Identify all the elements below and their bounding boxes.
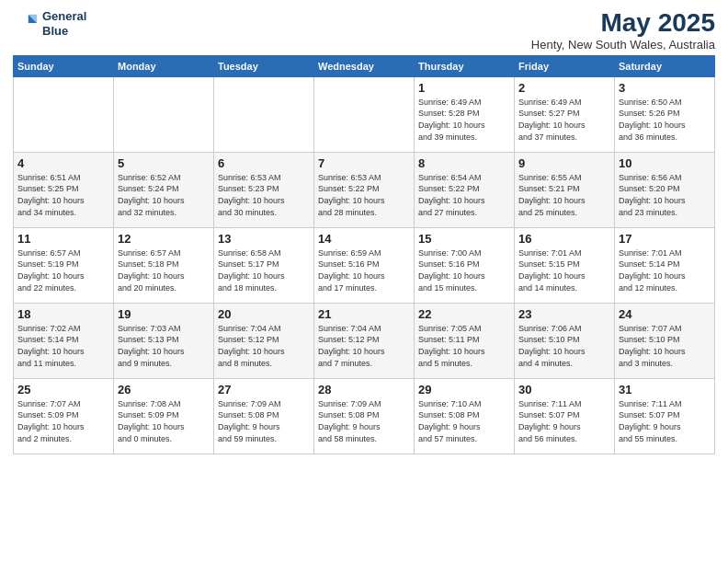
calendar-cell: 6Sunrise: 6:53 AM Sunset: 5:23 PM Daylig… (214, 152, 314, 227)
day-detail: Sunrise: 7:09 AM Sunset: 5:08 PM Dayligh… (318, 398, 410, 444)
header-row: SundayMondayTuesdayWednesdayThursdayFrid… (14, 55, 715, 76)
calendar-cell: 10Sunrise: 6:56 AM Sunset: 5:20 PM Dayli… (615, 152, 715, 227)
day-number: 11 (17, 232, 109, 246)
day-number: 27 (218, 383, 310, 396)
day-number: 14 (318, 232, 410, 246)
logo: General Blue (13, 9, 86, 38)
calendar-cell: 28Sunrise: 7:09 AM Sunset: 5:08 PM Dayli… (314, 378, 415, 454)
day-detail: Sunrise: 7:01 AM Sunset: 5:15 PM Dayligh… (518, 247, 610, 293)
day-number: 26 (118, 383, 210, 396)
header-friday: Friday (515, 55, 615, 76)
day-number: 1 (418, 81, 510, 95)
day-number: 4 (17, 156, 109, 170)
calendar-cell: 27Sunrise: 7:09 AM Sunset: 5:08 PM Dayli… (214, 378, 314, 454)
calendar-cell: 12Sunrise: 6:57 AM Sunset: 5:18 PM Dayli… (114, 227, 214, 303)
day-detail: Sunrise: 6:59 AM Sunset: 5:16 PM Dayligh… (318, 247, 410, 293)
day-number: 5 (118, 156, 210, 170)
day-detail: Sunrise: 7:01 AM Sunset: 5:14 PM Dayligh… (619, 247, 711, 293)
calendar-cell: 22Sunrise: 7:05 AM Sunset: 5:11 PM Dayli… (415, 303, 515, 378)
header-tuesday: Tuesday (214, 55, 314, 76)
day-number: 30 (518, 383, 610, 396)
calendar-cell (214, 76, 314, 152)
day-detail: Sunrise: 7:05 AM Sunset: 5:11 PM Dayligh… (418, 323, 510, 369)
day-number: 18 (17, 307, 109, 321)
calendar-cell: 7Sunrise: 6:53 AM Sunset: 5:22 PM Daylig… (314, 152, 415, 227)
header-wednesday: Wednesday (314, 55, 415, 76)
day-detail: Sunrise: 6:56 AM Sunset: 5:20 PM Dayligh… (619, 172, 711, 218)
day-number: 25 (17, 383, 109, 396)
day-number: 23 (518, 307, 610, 321)
day-number: 6 (218, 156, 310, 170)
day-number: 29 (418, 383, 510, 396)
logo-icon (13, 11, 39, 37)
day-detail: Sunrise: 6:57 AM Sunset: 5:19 PM Dayligh… (17, 247, 109, 293)
day-detail: Sunrise: 7:04 AM Sunset: 5:12 PM Dayligh… (318, 323, 410, 369)
calendar-cell: 20Sunrise: 7:04 AM Sunset: 5:12 PM Dayli… (214, 303, 314, 378)
calendar-cell: 2Sunrise: 6:49 AM Sunset: 5:27 PM Daylig… (515, 76, 615, 152)
header: General Blue May 2025 Henty, New South W… (13, 9, 715, 52)
header-sunday: Sunday (14, 55, 114, 76)
day-detail: Sunrise: 7:07 AM Sunset: 5:10 PM Dayligh… (619, 323, 711, 369)
week-row-0: 1Sunrise: 6:49 AM Sunset: 5:28 PM Daylig… (14, 76, 715, 152)
day-detail: Sunrise: 7:07 AM Sunset: 5:09 PM Dayligh… (17, 398, 109, 444)
day-detail: Sunrise: 6:55 AM Sunset: 5:21 PM Dayligh… (518, 172, 610, 218)
calendar-cell: 15Sunrise: 7:00 AM Sunset: 5:16 PM Dayli… (415, 227, 515, 303)
calendar-cell: 17Sunrise: 7:01 AM Sunset: 5:14 PM Dayli… (615, 227, 715, 303)
day-detail: Sunrise: 7:02 AM Sunset: 5:14 PM Dayligh… (17, 323, 109, 369)
day-number: 17 (619, 232, 711, 246)
day-detail: Sunrise: 7:11 AM Sunset: 5:07 PM Dayligh… (518, 398, 610, 444)
calendar-cell: 21Sunrise: 7:04 AM Sunset: 5:12 PM Dayli… (314, 303, 415, 378)
header-thursday: Thursday (415, 55, 515, 76)
logo-text: General Blue (42, 9, 86, 38)
day-detail: Sunrise: 6:51 AM Sunset: 5:25 PM Dayligh… (17, 172, 109, 218)
header-saturday: Saturday (615, 55, 715, 76)
main-title: May 2025 (531, 9, 715, 38)
day-detail: Sunrise: 6:50 AM Sunset: 5:26 PM Dayligh… (619, 97, 711, 143)
day-detail: Sunrise: 6:57 AM Sunset: 5:18 PM Dayligh… (118, 247, 210, 293)
day-detail: Sunrise: 6:58 AM Sunset: 5:17 PM Dayligh… (218, 247, 310, 293)
day-detail: Sunrise: 7:04 AM Sunset: 5:12 PM Dayligh… (218, 323, 310, 369)
day-number: 15 (418, 232, 510, 246)
day-number: 3 (619, 81, 711, 95)
calendar-cell: 9Sunrise: 6:55 AM Sunset: 5:21 PM Daylig… (515, 152, 615, 227)
day-detail: Sunrise: 6:53 AM Sunset: 5:22 PM Dayligh… (318, 172, 410, 218)
day-number: 24 (619, 307, 711, 321)
sub-title: Henty, New South Wales, Australia (531, 38, 715, 52)
calendar-cell (14, 76, 114, 152)
day-number: 10 (619, 156, 711, 170)
day-number: 16 (518, 232, 610, 246)
page-container: General Blue May 2025 Henty, New South W… (0, 0, 728, 464)
day-number: 12 (118, 232, 210, 246)
calendar-cell: 5Sunrise: 6:52 AM Sunset: 5:24 PM Daylig… (114, 152, 214, 227)
calendar-cell: 29Sunrise: 7:10 AM Sunset: 5:08 PM Dayli… (415, 378, 515, 454)
day-number: 31 (619, 383, 711, 396)
day-detail: Sunrise: 6:53 AM Sunset: 5:23 PM Dayligh… (218, 172, 310, 218)
week-row-4: 25Sunrise: 7:07 AM Sunset: 5:09 PM Dayli… (14, 378, 715, 454)
calendar-cell: 18Sunrise: 7:02 AM Sunset: 5:14 PM Dayli… (14, 303, 114, 378)
calendar-cell: 8Sunrise: 6:54 AM Sunset: 5:22 PM Daylig… (415, 152, 515, 227)
day-number: 20 (218, 307, 310, 321)
calendar-cell: 30Sunrise: 7:11 AM Sunset: 5:07 PM Dayli… (515, 378, 615, 454)
calendar-cell: 24Sunrise: 7:07 AM Sunset: 5:10 PM Dayli… (615, 303, 715, 378)
day-number: 9 (518, 156, 610, 170)
day-detail: Sunrise: 6:49 AM Sunset: 5:27 PM Dayligh… (518, 97, 610, 143)
day-number: 8 (418, 156, 510, 170)
day-number: 22 (418, 307, 510, 321)
day-number: 7 (318, 156, 410, 170)
calendar-cell (114, 76, 214, 152)
calendar-cell: 14Sunrise: 6:59 AM Sunset: 5:16 PM Dayli… (314, 227, 415, 303)
day-detail: Sunrise: 7:11 AM Sunset: 5:07 PM Dayligh… (619, 398, 711, 444)
day-detail: Sunrise: 7:03 AM Sunset: 5:13 PM Dayligh… (118, 323, 210, 369)
calendar-cell: 3Sunrise: 6:50 AM Sunset: 5:26 PM Daylig… (615, 76, 715, 152)
week-row-3: 18Sunrise: 7:02 AM Sunset: 5:14 PM Dayli… (14, 303, 715, 378)
day-detail: Sunrise: 6:49 AM Sunset: 5:28 PM Dayligh… (418, 97, 510, 143)
day-detail: Sunrise: 7:00 AM Sunset: 5:16 PM Dayligh… (418, 247, 510, 293)
day-detail: Sunrise: 7:09 AM Sunset: 5:08 PM Dayligh… (218, 398, 310, 444)
day-detail: Sunrise: 6:54 AM Sunset: 5:22 PM Dayligh… (418, 172, 510, 218)
day-number: 21 (318, 307, 410, 321)
calendar-cell: 26Sunrise: 7:08 AM Sunset: 5:09 PM Dayli… (114, 378, 214, 454)
calendar-cell: 19Sunrise: 7:03 AM Sunset: 5:13 PM Dayli… (114, 303, 214, 378)
week-row-1: 4Sunrise: 6:51 AM Sunset: 5:25 PM Daylig… (14, 152, 715, 227)
day-detail: Sunrise: 7:06 AM Sunset: 5:10 PM Dayligh… (518, 323, 610, 369)
week-row-2: 11Sunrise: 6:57 AM Sunset: 5:19 PM Dayli… (14, 227, 715, 303)
